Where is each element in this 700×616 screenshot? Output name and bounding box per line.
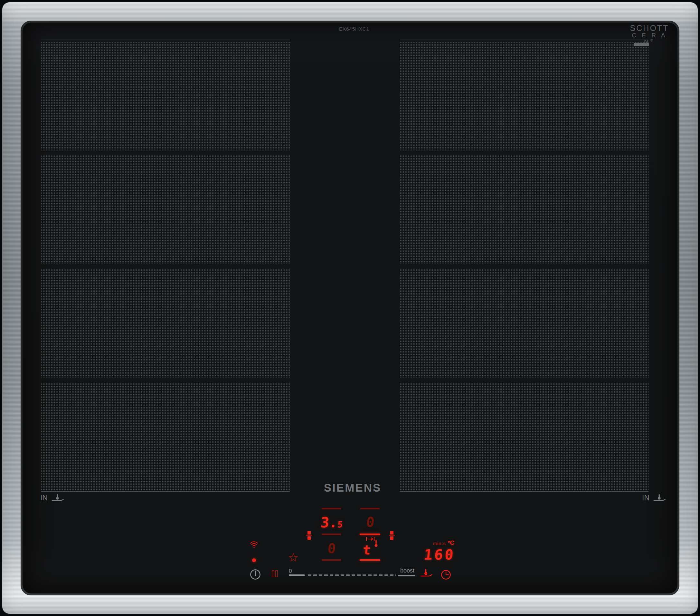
left-lower-value: 0: [320, 541, 343, 556]
right-upper-value: 0: [358, 514, 382, 530]
model-label: EX645HXC1: [339, 26, 369, 32]
pause-button[interactable]: [272, 570, 278, 578]
right-zone-bottom-line: [400, 491, 649, 492]
level-bar: [322, 508, 341, 509]
right-flex-zone-segment-2: [400, 155, 649, 264]
power-slider[interactable]: 0 boost: [287, 565, 418, 580]
timer-clock-button[interactable]: [440, 569, 451, 580]
timer-value: 160: [421, 546, 458, 563]
level-bar: [322, 559, 341, 561]
left-flex-zone-segment-4: [41, 383, 290, 491]
level-bar: [360, 508, 379, 509]
level-bar: [322, 533, 341, 535]
timer-unit-time: min:s: [433, 541, 446, 546]
right-flex-zone-segment-4: [400, 383, 649, 491]
flag-bottom: [390, 537, 393, 540]
right-zone-top-line: [400, 40, 649, 40]
left-zone-display[interactable]: 3.5 0: [321, 506, 343, 563]
frying-sensor-icon: [653, 494, 666, 502]
left-zone-top-line: [41, 40, 290, 40]
left-in-label: IN: [40, 494, 48, 502]
left-flex-zone-segment-2: [41, 155, 290, 264]
induction-hob: EX645HXC1 SCHOTT C E R A N® SIEMENS IN I…: [0, 0, 700, 616]
right-function-value: t: [357, 543, 376, 557]
status-dot: [252, 558, 256, 562]
level-bar-active: [360, 559, 380, 561]
flag-middle: [306, 535, 312, 536]
schott-logo-line1: SCHOTT: [628, 24, 671, 32]
right-flex-zone-segment-1: [400, 42, 649, 150]
flag-middle: [389, 535, 395, 536]
left-power-value: 3.5: [320, 514, 343, 531]
wifi-icon: [250, 541, 258, 548]
left-in-marking: IN: [40, 494, 64, 502]
zone-select-flag-left: [306, 531, 312, 540]
left-flex-zone-segment-1: [41, 42, 290, 150]
boost-label: boost: [400, 567, 414, 574]
power-button[interactable]: [250, 569, 261, 580]
slider-min-label: 0: [289, 568, 292, 575]
slider-dashed-track[interactable]: [308, 575, 396, 576]
flag-top: [390, 531, 393, 534]
right-zone-display[interactable]: 0 t: [359, 506, 382, 563]
frying-sensor-button[interactable]: [420, 568, 433, 578]
timer-unit-temp: °C: [448, 539, 454, 546]
slider-start-bar: [289, 575, 304, 576]
frying-sensor-icon: [51, 494, 64, 502]
favorite-star-icon[interactable]: [288, 553, 298, 563]
left-zone-bottom-line: [41, 491, 290, 492]
power-main: 3.: [320, 514, 338, 531]
schott-ceran-logo: SCHOTT C E R A N®: [628, 24, 671, 45]
printed-bar: [634, 43, 649, 46]
power-sub: 5: [337, 520, 343, 529]
timer-display[interactable]: min:s °C 160: [422, 538, 460, 563]
right-flex-zone-segment-3: [400, 269, 649, 378]
left-flex-zone-segment-3: [41, 269, 290, 378]
flag-bottom: [308, 537, 311, 540]
level-bar-active: [360, 533, 380, 535]
zone-select-flag-right: [389, 531, 395, 540]
boost-bar[interactable]: [398, 575, 415, 576]
registered-mark: ®: [650, 38, 655, 42]
flag-top: [308, 531, 311, 534]
siemens-logo: SIEMENS: [324, 481, 382, 494]
right-in-marking: IN: [642, 494, 666, 502]
right-in-label: IN: [642, 494, 649, 502]
